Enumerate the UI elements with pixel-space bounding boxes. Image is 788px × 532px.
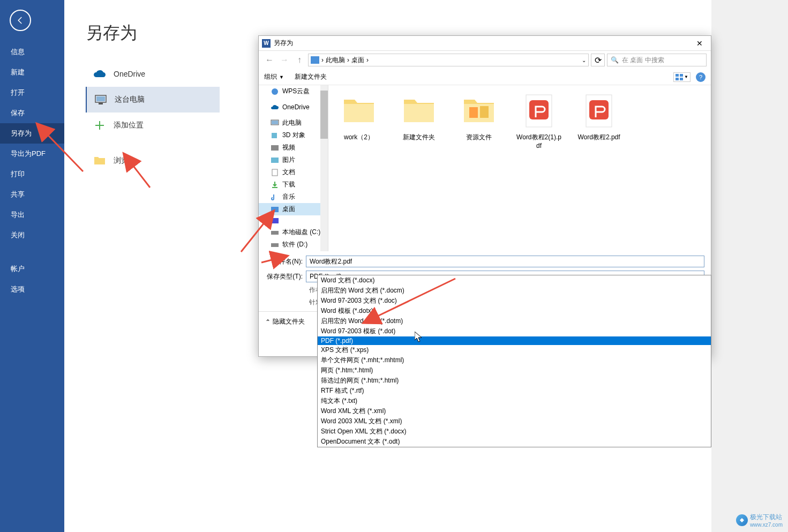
watermark: 极光下载站 www.xz7.com — [736, 513, 783, 528]
tree-documents[interactable]: 文档 — [259, 166, 328, 178]
tree-videos[interactable]: 视频 — [259, 141, 328, 154]
filetype-option[interactable]: 网页 (*.htm;*.html) — [318, 365, 711, 376]
filetype-option[interactable]: Word 模板 (*.dotx) — [318, 306, 711, 316]
svg-rect-9 — [272, 121, 278, 124]
filetype-option[interactable]: PDF (*.pdf) — [318, 336, 711, 345]
svg-rect-2 — [99, 103, 103, 104]
file-folder[interactable]: 资源文件 — [455, 92, 503, 142]
nav-back-button[interactable]: ← — [263, 54, 276, 66]
filetype-option[interactable]: 启用宏的 Word 文档 (*.docm) — [318, 286, 711, 296]
nav-exportpdf[interactable]: 导出为PDF — [0, 144, 64, 164]
tree-softd[interactable]: 软件 (D:) — [259, 238, 328, 251]
dialog-titlebar[interactable]: W 另存为 ✕ — [259, 36, 711, 51]
tree-pictures[interactable]: 图片 — [259, 154, 328, 166]
mouse-cursor — [415, 332, 423, 344]
nav-new[interactable]: 新建 — [0, 62, 64, 83]
filetype-option[interactable]: Word XML 文档 (*.xml) — [318, 406, 711, 416]
dialog-title: 另存为 — [274, 39, 692, 48]
nav-info[interactable]: 信息 — [0, 42, 64, 62]
svg-rect-16 — [271, 231, 279, 235]
folder-icon — [93, 154, 106, 167]
filetype-option[interactable]: Word 2003 XML 文档 (*.xml) — [318, 416, 711, 426]
refresh-button[interactable]: ⟳ — [591, 54, 605, 66]
nav-forward-button[interactable]: → — [278, 54, 291, 66]
breadcrumb-thispc[interactable]: 此电脑 — [326, 56, 345, 65]
watermark-text: 极光下载站 — [750, 513, 783, 522]
dialog-help-button[interactable]: ? — [696, 72, 706, 82]
tree-onedrive[interactable]: OneDrive — [259, 102, 328, 113]
filetype-option[interactable]: Word 97-2003 模板 (*.dot) — [318, 326, 711, 336]
back-button[interactable] — [10, 10, 31, 31]
nav-share[interactable]: 共享 — [0, 184, 64, 205]
filename-input[interactable] — [306, 256, 704, 267]
tree-downloads[interactable]: 下载 — [259, 178, 328, 191]
dialog-body: WPS云盘 OneDrive 此电脑 3D 对象 视频 图片 文档 下载 音乐 … — [259, 85, 711, 251]
tree-localc[interactable]: 本地磁盘 (C:) — [259, 226, 328, 238]
filetype-option[interactable]: 纯文本 (*.txt) — [318, 396, 711, 406]
tree-3dobjects[interactable]: 3D 对象 — [259, 129, 328, 141]
location-browse[interactable]: 浏览 — [86, 148, 220, 174]
svg-rect-5 — [676, 78, 679, 80]
newfolder-button[interactable]: 新建文件夹 — [295, 72, 327, 81]
tree-unknown[interactable] — [259, 215, 328, 226]
nav-export[interactable]: 导出 — [0, 205, 64, 225]
folder-tree[interactable]: WPS云盘 OneDrive 此电脑 3D 对象 视频 图片 文档 下载 音乐 … — [259, 85, 328, 251]
tree-scrollbar[interactable] — [320, 85, 328, 251]
file-panel[interactable]: work（2） 新建文件夹 资源文件 Word教程2(1).pdf Word教程… — [328, 85, 711, 251]
nav-account[interactable]: 帐户 — [0, 259, 64, 279]
tree-wpscloud[interactable]: WPS云盘 — [259, 85, 328, 98]
nav-print[interactable]: 打印 — [0, 164, 64, 184]
svg-rect-4 — [680, 74, 683, 77]
tree-desktop[interactable]: 桌面 — [259, 203, 328, 215]
location-thispc[interactable]: 这台电脑 — [86, 87, 220, 113]
view-button[interactable]: ▼ — [673, 72, 691, 82]
backstage-nav: 信息 新建 打开 保存 另存为 导出为PDF 打印 共享 导出 关闭 帐户 选项 — [0, 0, 64, 532]
onedrive-icon — [93, 68, 106, 80]
file-pdf[interactable]: Word教程2.pdf — [575, 92, 623, 142]
svg-rect-12 — [271, 158, 279, 163]
file-pdf[interactable]: Word教程2(1).pdf — [515, 92, 563, 150]
location-label: OneDrive — [114, 70, 145, 78]
svg-rect-11 — [271, 145, 279, 151]
filetype-option[interactable]: 单个文件网页 (*.mht;*.mhtml) — [318, 355, 711, 365]
address-dropdown[interactable]: ⌄ — [582, 57, 586, 63]
filetype-option[interactable]: Word 文档 (*.docx) — [318, 275, 711, 286]
search-input[interactable]: 🔍 在 桌面 中搜索 — [607, 54, 707, 66]
svg-rect-17 — [271, 243, 279, 247]
filetype-option[interactable]: XPS 文档 (*.xps) — [318, 345, 711, 355]
filetype-option[interactable]: RTF 格式 (*.rtf) — [318, 386, 711, 396]
organize-button[interactable]: 组织 ▼ — [264, 72, 284, 81]
filetype-option[interactable]: Strict Open XML 文档 (*.docx) — [318, 426, 711, 437]
filename-label: 文件名(N): — [265, 257, 306, 266]
filetype-options-list[interactable]: Word 文档 (*.docx)启用宏的 Word 文档 (*.docm)Wor… — [317, 275, 711, 447]
tree-thispc[interactable]: 此电脑 — [259, 117, 328, 129]
location-label: 浏览 — [114, 156, 129, 166]
plus-icon — [93, 119, 106, 132]
file-folder[interactable]: 新建文件夹 — [395, 92, 443, 142]
svg-rect-6 — [680, 78, 683, 80]
dialog-close-button[interactable]: ✕ — [692, 39, 708, 48]
svg-rect-14 — [271, 207, 279, 212]
word-icon: W — [262, 39, 271, 48]
filetype-option[interactable]: 筛选过的网页 (*.htm;*.html) — [318, 376, 711, 386]
file-folder[interactable]: work（2） — [335, 92, 383, 142]
address-bar[interactable]: › 此电脑 › 桌面 › ⌄ — [308, 54, 589, 66]
svg-rect-3 — [676, 74, 679, 77]
location-label: 添加位置 — [114, 121, 144, 130]
nav-save[interactable]: 保存 — [0, 103, 64, 123]
location-addplace[interactable]: 添加位置 — [86, 113, 220, 138]
tree-music[interactable]: 音乐 — [259, 191, 328, 203]
nav-close[interactable]: 关闭 — [0, 225, 64, 245]
filetype-option[interactable]: OpenDocument 文本 (*.odt) — [318, 437, 711, 447]
hide-folders-button[interactable]: ⌃ 隐藏文件夹 — [265, 317, 305, 326]
svg-rect-15 — [271, 218, 279, 223]
nav-open[interactable]: 打开 — [0, 83, 64, 103]
nav-saveas[interactable]: 另存为 — [0, 123, 64, 144]
breadcrumb-desktop[interactable]: 桌面 — [351, 56, 364, 65]
location-onedrive[interactable]: OneDrive — [86, 61, 220, 87]
filetype-option[interactable]: Word 97-2003 文档 (*.doc) — [318, 296, 711, 306]
nav-up-button[interactable]: ↑ — [293, 54, 306, 66]
filetype-label: 保存类型(T): — [265, 272, 306, 281]
filetype-option[interactable]: 启用宏的 Word 模板 (*.dotm) — [318, 316, 711, 326]
nav-options[interactable]: 选项 — [0, 279, 64, 299]
